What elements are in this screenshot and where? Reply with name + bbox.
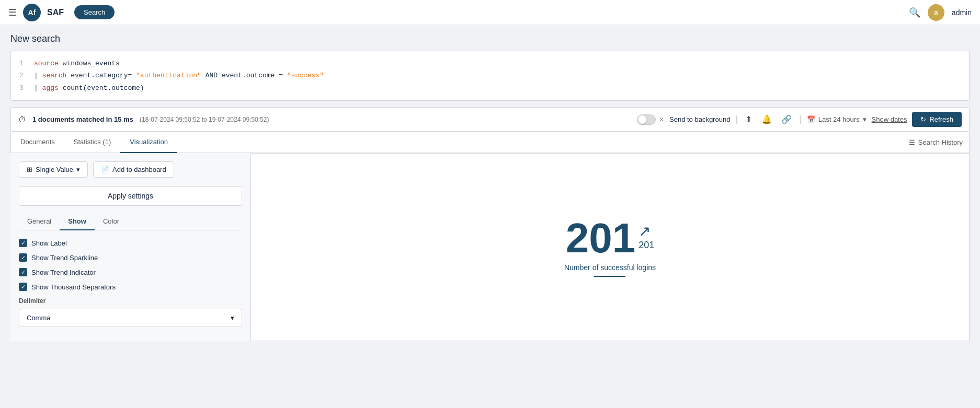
toggle-knob bbox=[638, 115, 646, 124]
viz-trend-area: ↗ 201 bbox=[639, 217, 654, 251]
tab-statistics[interactable]: Statistics (1) bbox=[64, 132, 121, 153]
show-trend-sparkline-row: Show Trend Sparkline bbox=[19, 253, 242, 262]
viz-type-button[interactable]: ⊞ Single Value ▾ bbox=[19, 161, 88, 178]
link-icon[interactable]: 🔗 bbox=[779, 113, 794, 125]
viz-underline bbox=[594, 276, 625, 277]
add-dashboard-button[interactable]: 📄 Add to dashboard bbox=[93, 161, 174, 178]
clock-icon: ⏱ bbox=[18, 115, 26, 124]
search-history-link[interactable]: ☰ Search History bbox=[909, 138, 969, 146]
search-icon[interactable]: 🔍 bbox=[909, 7, 920, 18]
show-thousand-separators-checkbox[interactable] bbox=[19, 283, 27, 291]
source-value: windows_events bbox=[63, 60, 120, 67]
show-dates-button[interactable]: Show dates bbox=[872, 115, 907, 123]
pipe-2: | bbox=[34, 84, 42, 92]
apply-settings-button[interactable]: Apply settings bbox=[19, 186, 242, 206]
refresh-label: Refresh bbox=[929, 115, 953, 123]
viz-main-value: 201 bbox=[566, 217, 635, 259]
settings-tab-general[interactable]: General bbox=[19, 213, 60, 230]
brand-name: SAF bbox=[47, 8, 64, 17]
hamburger-menu-icon[interactable]: ☰ bbox=[8, 7, 17, 18]
and-op: AND bbox=[206, 72, 222, 79]
document-icon: 📄 bbox=[101, 166, 109, 173]
aggs-rest: count(event.outcome) bbox=[63, 84, 144, 92]
separator-1: | bbox=[735, 114, 738, 125]
username-label: admin bbox=[952, 8, 972, 17]
query-line-2-content: | search event.category= "authentication… bbox=[34, 69, 324, 81]
show-trend-sparkline-checkbox[interactable] bbox=[19, 253, 27, 262]
show-trend-indicator-checkbox[interactable] bbox=[19, 268, 27, 276]
background-toggle[interactable] bbox=[637, 114, 656, 125]
val-2: "success" bbox=[287, 72, 324, 79]
line-num-1: 1 bbox=[19, 57, 28, 69]
time-range-button[interactable]: 📅 Last 24 hours ▾ bbox=[807, 115, 867, 123]
range-text: (18-07-2024 09:50:52 to 19-07-2024 09:50… bbox=[140, 116, 269, 123]
grid-icon: ⊞ bbox=[27, 166, 32, 173]
chevron-down-icon: ▾ bbox=[863, 115, 867, 123]
visualization-panel: 201 ↗ 201 Number of successful logins bbox=[251, 153, 970, 341]
topnav-right: 🔍 a admin bbox=[909, 4, 972, 21]
aggs-keyword: aggs bbox=[42, 84, 59, 92]
refresh-icon: ↻ bbox=[920, 115, 926, 123]
query-line-2: 2 | search event.category= "authenticati… bbox=[19, 69, 961, 81]
pipe-1: | bbox=[34, 72, 42, 79]
line-num-2: 2 bbox=[19, 69, 28, 81]
top-navigation: ☰ Af SAF Search 🔍 a admin bbox=[0, 0, 980, 25]
tab-documents[interactable]: Documents bbox=[11, 132, 64, 153]
toggle-wrapper: ✕ bbox=[637, 114, 664, 125]
trend-value: 201 bbox=[639, 240, 654, 251]
user-avatar[interactable]: a bbox=[928, 4, 944, 21]
query-line-1-content: source windows_events bbox=[34, 57, 120, 69]
delimiter-select[interactable]: Comma ▾ bbox=[19, 309, 242, 327]
viz-selector-row: ⊞ Single Value ▾ 📄 Add to dashboard bbox=[19, 161, 242, 178]
status-actions: ✕ Send to background | ⬆ 🔔 🔗 | 📅 Last 24… bbox=[637, 112, 962, 127]
trend-arrow-icon: ↗ bbox=[639, 223, 651, 240]
status-bar: ⏱ 1 documents matched in 15 ms (18-07-20… bbox=[10, 107, 970, 132]
query-editor[interactable]: 1 source windows_events 2 | search event… bbox=[10, 51, 970, 101]
field-1: event.category= bbox=[71, 72, 132, 79]
settings-tab-show[interactable]: Show bbox=[60, 213, 95, 230]
search-history-label: Search History bbox=[918, 138, 963, 146]
refresh-button[interactable]: ↻ Refresh bbox=[912, 112, 962, 127]
delimiter-chevron-icon: ▾ bbox=[231, 314, 234, 322]
show-thousand-separators-row: Show Thousand Separators bbox=[19, 283, 242, 291]
list-icon: ☰ bbox=[909, 138, 915, 146]
viz-label: Number of successful logins bbox=[564, 263, 656, 272]
send-to-background-button[interactable]: Send to background bbox=[669, 115, 730, 123]
matched-text: 1 documents matched in 15 ms bbox=[32, 115, 133, 123]
toggle-close-icon[interactable]: ✕ bbox=[659, 116, 664, 123]
query-line-1: 1 source windows_events bbox=[19, 57, 961, 69]
field-2: event.outcome bbox=[222, 72, 275, 79]
separator-2: | bbox=[799, 114, 802, 125]
delimiter-label: Delimiter bbox=[19, 297, 242, 305]
search-nav-button[interactable]: Search bbox=[74, 5, 115, 19]
main-content: New search 1 source windows_events 2 | s… bbox=[0, 25, 980, 349]
query-line-3: 3 | aggs count(event.outcome) bbox=[19, 82, 961, 94]
chevron-down-icon: ▾ bbox=[76, 166, 80, 173]
content-area: ⊞ Single Value ▾ 📄 Add to dashboard Appl… bbox=[10, 153, 970, 341]
eq-op: = bbox=[279, 72, 287, 79]
query-line-3-content: | aggs count(event.outcome) bbox=[34, 82, 144, 94]
settings-tabs: General Show Color bbox=[19, 213, 242, 230]
time-range-label: Last 24 hours bbox=[818, 115, 860, 123]
main-tabs: Documents Statistics (1) Visualization ☰… bbox=[10, 132, 970, 153]
delimiter-value: Comma bbox=[27, 314, 51, 322]
tab-visualization[interactable]: Visualization bbox=[120, 132, 177, 153]
show-thousand-separators-text: Show Thousand Separators bbox=[31, 283, 116, 291]
bell-icon[interactable]: 🔔 bbox=[759, 113, 774, 125]
show-label-checkbox[interactable] bbox=[19, 239, 27, 247]
page-title: New search bbox=[10, 33, 970, 44]
show-trend-indicator-row: Show Trend Indicator bbox=[19, 268, 242, 276]
viz-value-area: 201 ↗ 201 Number of successful logins bbox=[564, 217, 656, 277]
settings-tab-color[interactable]: Color bbox=[95, 213, 128, 230]
show-label-text: Show Label bbox=[31, 239, 67, 247]
source-keyword: source bbox=[34, 60, 59, 67]
left-panel: ⊞ Single Value ▾ 📄 Add to dashboard Appl… bbox=[10, 153, 251, 341]
search-keyword: search bbox=[42, 72, 71, 79]
share-icon[interactable]: ⬆ bbox=[743, 113, 754, 125]
val-1: "authentication" bbox=[136, 72, 201, 79]
add-dashboard-label: Add to dashboard bbox=[112, 166, 166, 173]
show-trend-sparkline-text: Show Trend Sparkline bbox=[31, 254, 98, 262]
viz-type-label: Single Value bbox=[36, 166, 73, 173]
show-trend-indicator-text: Show Trend Indicator bbox=[31, 269, 96, 276]
show-label-row: Show Label bbox=[19, 239, 242, 247]
